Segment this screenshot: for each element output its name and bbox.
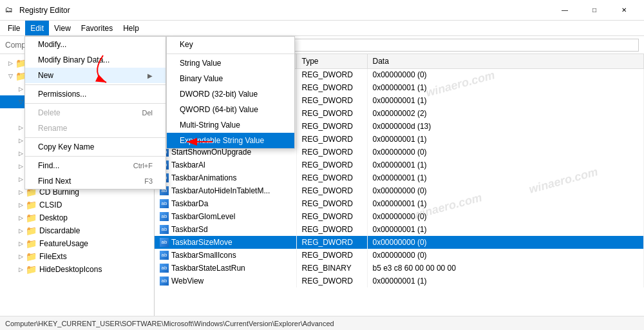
cell-name: abTaskbarGlomLevel <box>155 210 296 223</box>
cell-type: REG_DWORD <box>296 120 367 133</box>
table-row[interactable]: abTaskbarAutoHideInTabletM...REG_DWORD0x… <box>155 184 644 197</box>
title-bar: 🗂 Registry Editor — □ ✕ <box>0 0 644 21</box>
expand-icon: ▷ <box>15 226 26 236</box>
cell-type: REG_DWORD <box>296 107 367 120</box>
submenu-dword-value[interactable]: DWORD (32-bit) Value <box>167 86 294 102</box>
expand-icon: ▷ <box>15 238 26 249</box>
menu-edit[interactable]: Edit <box>25 21 49 35</box>
cell-data: b5 e3 c8 60 00 00 00 00 <box>367 262 644 275</box>
window-controls: — □ ✕ <box>550 0 639 21</box>
cell-type: REG_DWORD <box>296 146 367 159</box>
table-row[interactable]: abWebViewREG_DWORD0x00000001 (1) <box>155 275 644 287</box>
reg-dword-icon: ab <box>160 212 169 221</box>
app-icon: 🗂 <box>5 5 15 15</box>
cell-data: 0x00000002 (2) <box>367 107 644 120</box>
cell-type: REG_BINARY <box>296 262 367 275</box>
tree-label: FileExts <box>39 252 67 261</box>
menu-permissions[interactable]: Permissions... <box>25 86 166 102</box>
submenu-separator-1 <box>167 53 294 54</box>
reg-dword-icon: ab <box>160 238 169 247</box>
folder-icon: 📁 <box>26 226 37 236</box>
cell-type: REG_DWORD <box>296 133 367 146</box>
cell-data: 0x00000001 (1) <box>367 171 644 184</box>
menu-view[interactable]: View <box>49 21 76 35</box>
submenu-string-value[interactable]: String Value <box>167 55 294 71</box>
table-row[interactable]: abTaskbarSdREG_DWORD0x00000001 (1) <box>155 223 644 236</box>
cell-type: REG_DWORD <box>296 210 367 223</box>
reg-dword-icon: ab <box>160 264 169 273</box>
tree-item-featureusage[interactable]: ▷ 📁 FeatureUsage <box>0 237 154 250</box>
submenu-binary-value[interactable]: Binary Value <box>167 71 294 86</box>
reg-dword-icon: ab <box>160 225 169 234</box>
expand-icon: ▷ <box>15 200 26 210</box>
tree-item-desktop[interactable]: ▷ 📁 Desktop <box>0 211 154 224</box>
cell-data: 0x00000001 (1) <box>367 133 644 146</box>
tree-label: HideDesktopIcons <box>39 265 102 274</box>
menu-delete: Delete Del <box>25 105 166 121</box>
maximize-button[interactable]: □ <box>580 0 609 21</box>
menu-new[interactable]: New ▶ <box>25 68 166 83</box>
tree-label: FeatureUsage <box>39 239 88 248</box>
submenu-key[interactable]: Key <box>167 37 294 52</box>
table-row[interactable]: abTaskbarAnimationsREG_DWORD0x00000001 (… <box>155 171 644 184</box>
expand-icon: ▷ <box>15 213 26 223</box>
cell-name: abTaskbarStateLastRun <box>155 262 296 275</box>
expand-icon: ▷ <box>5 58 15 68</box>
table-row[interactable]: abTaskbarDaREG_DWORD0x00000001 (1) <box>155 197 644 210</box>
cell-type: REG_DWORD <box>296 236 367 249</box>
status-bar: Computer\HKEY_CURRENT_USER\SOFTWARE\Micr… <box>0 316 644 330</box>
cell-name: abTaskbarDa <box>155 197 296 210</box>
close-button[interactable]: ✕ <box>609 0 639 21</box>
menu-file[interactable]: File <box>3 21 25 35</box>
menu-favorites[interactable]: Favorites <box>76 21 118 35</box>
table-row[interactable]: abTaskbarStateLastRunREG_BINARYb5 e3 c8 … <box>155 262 644 275</box>
menu-find-next[interactable]: Find Next F3 <box>25 173 166 189</box>
separator-2 <box>25 103 166 104</box>
cell-name: abTaskbarSd <box>155 223 296 236</box>
cell-data: 0x00000000 (0) <box>367 236 644 249</box>
col-type[interactable]: Type <box>296 54 367 68</box>
expand-icon: ▷ <box>15 264 26 275</box>
submenu-expandable-string-value[interactable]: Expandable String Value <box>167 133 294 148</box>
cell-type: REG_DWORD <box>296 171 367 184</box>
menu-modify-binary[interactable]: Modify Binary Data... <box>25 52 166 68</box>
folder-icon: 📁 <box>26 213 37 223</box>
menu-help[interactable]: Help <box>118 21 144 35</box>
cell-data: 0x00000001 (1) <box>367 275 644 287</box>
cell-data: 0x00000001 (1) <box>367 94 644 107</box>
cell-data: 0x00000000 (0) <box>367 184 644 197</box>
menu-bar: File Edit View Favorites Help <box>0 21 644 36</box>
reg-dword-icon: ab <box>160 251 169 260</box>
cell-name: abTaskbarSmallIcons <box>155 249 296 262</box>
table-row[interactable]: abTaskbarSizeMoveREG_DWORD0x00000000 (0) <box>155 236 644 249</box>
cell-data: 0x00000000 (0) <box>367 146 644 159</box>
cell-type: REG_DWORD <box>296 159 367 171</box>
table-row[interactable]: abTaskbarSmallIconsREG_DWORD0x00000000 (… <box>155 249 644 262</box>
folder-icon: 📁 <box>26 200 37 210</box>
cell-name: abTaskbarSizeMove <box>155 236 296 249</box>
submenu-qword-value[interactable]: QWORD (64-bit) Value <box>167 102 294 117</box>
menu-modify[interactable]: Modify... <box>25 37 166 52</box>
menu-copy-key-name[interactable]: Copy Key Name <box>25 139 166 155</box>
menu-find[interactable]: Find... Ctrl+F <box>25 158 166 173</box>
submenu-multi-string-value[interactable]: Multi-String Value <box>167 117 294 133</box>
address-label: Comp <box>5 41 26 50</box>
cell-name: abWebView <box>155 275 296 287</box>
cell-data: 0x0000000d (13) <box>367 120 644 133</box>
tree-item-fileexts[interactable]: ▷ 📁 FileExts <box>0 250 154 263</box>
table-row[interactable]: abTaskbarAlREG_DWORD0x00000001 (1) <box>155 159 644 171</box>
expand-icon: ▽ <box>5 71 15 81</box>
table-row[interactable]: abTaskbarGlomLevelREG_DWORD0x00000000 (0… <box>155 210 644 223</box>
cell-name: abTaskbarAl <box>155 159 296 171</box>
cell-data: 0x00000001 (1) <box>367 81 644 94</box>
minimize-button[interactable]: — <box>550 0 580 21</box>
cell-name: abTaskbarAutoHideInTabletM... <box>155 184 296 197</box>
separator-4 <box>25 156 166 157</box>
tree-item-discardable[interactable]: ▷ 📁 Discardable <box>0 224 154 237</box>
col-data[interactable]: Data <box>367 54 644 68</box>
tree-item-hidedesktopicons[interactable]: ▷ 📁 HideDesktopIcons <box>0 263 154 276</box>
cell-type: REG_DWORD <box>296 68 367 81</box>
status-text: Computer\HKEY_CURRENT_USER\SOFTWARE\Micr… <box>5 320 334 327</box>
reg-dword-icon: ab <box>160 277 169 286</box>
tree-item-clsid[interactable]: ▷ 📁 CLSID <box>0 199 154 211</box>
